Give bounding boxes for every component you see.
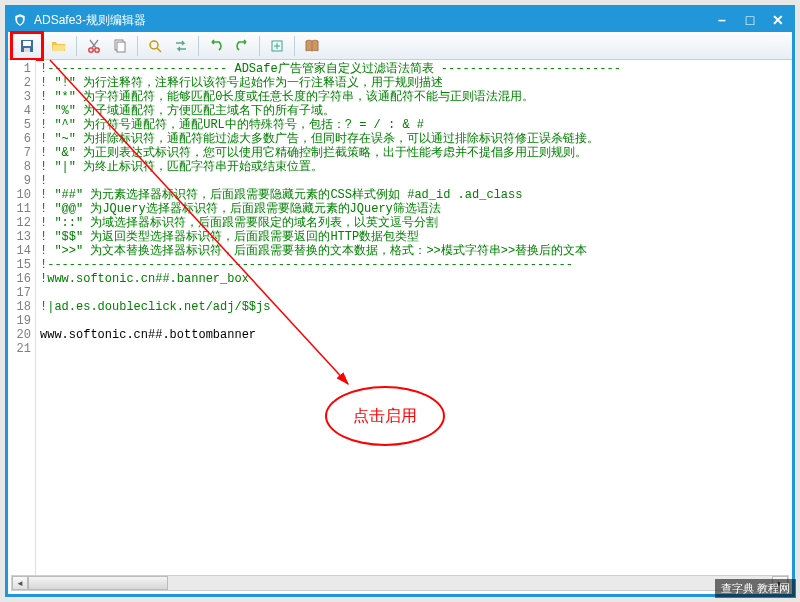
code-line[interactable]: ! — [40, 174, 792, 188]
redo-button[interactable] — [230, 35, 254, 57]
code-line[interactable]: !www.softonic.cn##.banner_box — [40, 272, 792, 286]
line-number: 5 — [8, 118, 31, 132]
code-line[interactable] — [40, 314, 792, 328]
code-line[interactable]: ! "@@" 为JQuery选择器标识符，后面跟需要隐藏元素的JQuery筛选语… — [40, 202, 792, 216]
line-number: 10 — [8, 188, 31, 202]
line-number: 15 — [8, 258, 31, 272]
close-button[interactable]: ✕ — [764, 8, 792, 32]
code-line[interactable]: ! "::" 为域选择器标识符，后面跟需要限定的域名列表，以英文逗号分割 — [40, 216, 792, 230]
maximize-button[interactable]: □ — [736, 8, 764, 32]
window-title: ADSafe3-规则编辑器 — [34, 12, 708, 29]
code-line[interactable]: ! "$$" 为返回类型选择器标识符，后面跟需要返回的HTTP数据包类型 — [40, 230, 792, 244]
toolbar-separator — [198, 36, 199, 56]
line-number: 12 — [8, 216, 31, 230]
line-number: 8 — [8, 160, 31, 174]
code-line[interactable]: !|ad.es.doubleclick.net/adj/$$js — [40, 300, 792, 314]
line-number: 11 — [8, 202, 31, 216]
app-window: ADSafe3-规则编辑器 – □ ✕ — [5, 5, 795, 597]
code-line[interactable] — [40, 286, 792, 300]
app-shield-icon — [12, 12, 28, 28]
code-line[interactable]: ! "%" 为子域通配符，方便匹配主域名下的所有子域。 — [40, 104, 792, 118]
line-number: 14 — [8, 244, 31, 258]
line-number: 17 — [8, 286, 31, 300]
code-line[interactable]: !------------------------- ADSafe广告管家自定义… — [40, 62, 792, 76]
code-line[interactable]: !---------------------------------------… — [40, 258, 792, 272]
line-number: 2 — [8, 76, 31, 90]
line-number: 21 — [8, 342, 31, 356]
undo-icon — [208, 38, 224, 54]
replace-icon — [173, 38, 189, 54]
line-number: 20 — [8, 328, 31, 342]
annotation-text: 点击启用 — [353, 406, 417, 427]
scroll-left-button[interactable]: ◄ — [12, 576, 28, 590]
line-number: 7 — [8, 146, 31, 160]
code-line[interactable]: ! "|" 为终止标识符，匹配字符串开始或结束位置。 — [40, 160, 792, 174]
undo-button[interactable] — [204, 35, 228, 57]
svg-rect-1 — [23, 41, 31, 46]
scroll-track[interactable] — [28, 576, 772, 590]
code-editor[interactable]: 123456789101112131415161718192021 !-----… — [8, 60, 792, 577]
line-number: 1 — [8, 62, 31, 76]
find-button[interactable] — [143, 35, 167, 57]
watermark: 查字典 教程网 — [715, 579, 796, 598]
save-highlight-box — [10, 31, 44, 61]
annotation-bubble: 点击启用 — [325, 386, 445, 446]
save-icon — [19, 38, 35, 54]
svg-rect-2 — [24, 48, 30, 52]
toolbar-separator — [76, 36, 77, 56]
toolbar-separator — [259, 36, 260, 56]
horizontal-scrollbar[interactable]: ◄ ► — [11, 575, 789, 591]
code-line[interactable]: ! ">>" 为文本替换选择器标识符，后面跟需要替换的文本数据，格式：>>模式字… — [40, 244, 792, 258]
svg-rect-6 — [117, 42, 125, 52]
code-line[interactable]: ! "^" 为行符号通配符，通配URL中的特殊符号，包括：? = / : & # — [40, 118, 792, 132]
search-icon — [147, 38, 163, 54]
line-number: 18 — [8, 300, 31, 314]
export-button[interactable] — [265, 35, 289, 57]
code-line[interactable]: ! "!" 为行注释符，注释行以该符号起始作为一行注释语义，用于规则描述 — [40, 76, 792, 90]
code-area[interactable]: !------------------------- ADSafe广告管家自定义… — [36, 60, 792, 577]
line-number-gutter: 123456789101112131415161718192021 — [8, 60, 36, 577]
replace-button[interactable] — [169, 35, 193, 57]
toolbar — [8, 32, 792, 60]
toolbar-separator — [294, 36, 295, 56]
open-button[interactable] — [47, 35, 71, 57]
svg-point-7 — [150, 41, 158, 49]
line-number: 16 — [8, 272, 31, 286]
line-number: 4 — [8, 104, 31, 118]
export-icon — [269, 38, 285, 54]
cut-button[interactable] — [82, 35, 106, 57]
copy-icon — [112, 38, 128, 54]
scissors-icon — [86, 38, 102, 54]
line-number: 6 — [8, 132, 31, 146]
save-button[interactable] — [15, 35, 39, 57]
code-line[interactable]: ! "##" 为元素选择器标识符，后面跟需要隐藏元素的CSS样式例如 #ad_i… — [40, 188, 792, 202]
svg-point-4 — [95, 47, 99, 51]
folder-open-icon — [51, 38, 67, 54]
code-line[interactable]: ! "*" 为字符通配符，能够匹配0长度或任意长度的字符串，该通配符不能与正则语… — [40, 90, 792, 104]
code-line[interactable]: ! "&" 为正则表达式标识符，您可以使用它精确控制拦截策略，出于性能考虑并不提… — [40, 146, 792, 160]
book-button[interactable] — [300, 35, 324, 57]
line-number: 13 — [8, 230, 31, 244]
code-line[interactable]: ! "~" 为排除标识符，通配符能过滤大多数广告，但同时存在误杀，可以通过排除标… — [40, 132, 792, 146]
toolbar-separator — [137, 36, 138, 56]
copy-button[interactable] — [108, 35, 132, 57]
line-number: 9 — [8, 174, 31, 188]
svg-point-3 — [89, 47, 93, 51]
titlebar: ADSafe3-规则编辑器 – □ ✕ — [8, 8, 792, 32]
redo-icon — [234, 38, 250, 54]
code-line[interactable]: www.softonic.cn##.bottombanner — [40, 328, 792, 342]
scroll-thumb[interactable] — [28, 576, 168, 590]
line-number: 19 — [8, 314, 31, 328]
code-line[interactable] — [40, 342, 792, 356]
minimize-button[interactable]: – — [708, 8, 736, 32]
line-number: 3 — [8, 90, 31, 104]
book-icon — [304, 38, 320, 54]
